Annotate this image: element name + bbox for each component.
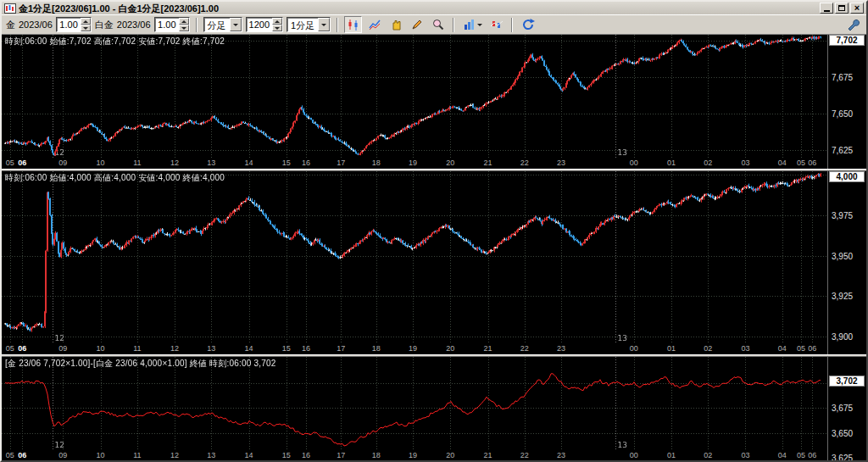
y-axis-tick-label: 3,950 [832,252,853,261]
x-axis-time-label: 13 [207,344,215,353]
platinum-chart-canvas[interactable] [2,171,827,343]
chevron-down-icon [233,24,238,26]
refresh-button[interactable] [519,16,537,33]
gold-chart-panel: 時刻:06:00 始値:7,702 高値:7,702 安値:7,702 終値:7… [2,35,866,169]
spin-down-button[interactable] [272,25,282,31]
zoom-tool-icon [431,18,445,31]
x-axis-time-label: 23 [557,344,565,353]
arrow-up-icon [181,20,186,23]
y-axis-tick-label: 3,975 [832,211,853,220]
spin-up-button[interactable] [179,18,189,25]
x-axis-time-label: 21 [483,451,492,459]
x-axis-time-label: 05 [6,344,14,353]
x-axis-time-label: 05 [6,159,14,167]
x-axis-time-label: 19 [409,159,417,167]
chevron-down-icon [477,24,482,26]
spread-time-axis: 0506091011121314151617181920212223000102… [2,450,827,460]
period-type-select[interactable]: 分足 [203,17,242,32]
platinum-multiplier-value: 1.00 [155,18,179,31]
x-axis-time-label: 01 [667,159,676,167]
x-axis-time-label: 17 [337,344,345,353]
spin-up-button[interactable] [272,18,282,25]
bar-chart-menu-button[interactable] [460,16,484,33]
interval-select[interactable]: 1分足 [287,17,331,32]
x-axis-time-label: 10 [97,451,105,459]
x-axis-time-label: 00 [630,451,638,459]
x-axis-time-label: 05 [797,451,805,459]
platinum-contract-month: 2023/06 [117,19,151,30]
x-axis-time-label: 21 [483,159,492,167]
chart-window-icon [4,3,16,14]
chart-stack: 時刻:06:00 始値:7,702 高値:7,702 安値:7,702 終値:7… [2,34,866,460]
maximize-icon [838,5,845,11]
spin-down-button[interactable] [81,25,91,31]
x-axis-time-label: 10 [97,344,105,353]
x-axis-time-label: 05 [6,451,14,459]
x-axis-time-label: 14 [245,344,253,353]
pencil-tool-button[interactable] [408,16,426,33]
arrow-down-icon [181,27,186,30]
line-chart-icon [368,18,381,31]
bar-count-stepper[interactable]: 1200 [246,17,283,32]
x-axis-time-label: 19 [409,344,417,353]
current-price-badge: 3,702 [829,376,865,387]
x-axis-time-label: 02 [704,451,712,459]
y-axis-tick-label: 7,650 [832,109,853,119]
close-button[interactable]: × [850,3,864,14]
x-axis-time-label: 11 [133,451,141,459]
x-axis-time-label: 20 [446,451,454,459]
platinum-time-axis: 0506091011121314151617181920212223000102… [2,343,827,354]
spin-up-button[interactable] [81,18,91,25]
spread-chart-panel: [金 23/06 7,702×1.00]-[白金 23/06 4,000×1.0… [2,357,866,460]
minimize-button[interactable] [820,3,833,14]
gold-quote-info: 時刻:06:00 始値:7,702 高値:7,702 安値:7,702 終値:7… [5,36,225,47]
x-axis-time-label: 21 [483,344,492,353]
zoom-tool-button[interactable] [429,16,447,33]
x-axis-time-label: 16 [302,451,310,459]
x-axis-time-label: 00 [630,159,638,167]
x-axis-time-label: 13 [207,159,215,167]
hand-tool-button[interactable] [387,16,404,33]
gold-time-axis: 0506091011121314151617181920212223000102… [2,158,827,169]
x-axis-time-label: 05 [797,159,805,167]
gold-chart-canvas[interactable] [2,35,827,158]
settings-wrench-button[interactable] [844,16,862,33]
pencil-tool-icon [410,18,424,31]
technical-chart-button[interactable] [487,16,505,33]
window-title: 金1分足[2023/06]1.00 - 白金1分足[2023/06]1.00 [19,3,817,14]
platinum-multiplier-stepper[interactable]: 1.00 [154,17,190,32]
maximize-button[interactable] [835,3,849,14]
x-axis-time-label: 12 [170,159,179,167]
gold-multiplier-stepper[interactable]: 1.00 [56,17,92,32]
x-axis-time-label: 05 [797,344,805,353]
line-chart-button[interactable] [365,16,383,33]
current-price-badge: 7,702 [829,35,865,46]
x-axis-time-label: 22 [520,159,529,167]
dropdown-button[interactable] [230,18,242,31]
toolbar: 金 2023/06 1.00 白金 2023/06 1.00 分足 1200 [2,14,866,34]
technical-chart-icon [490,18,504,31]
platinum-chart-panel: 時刻:06:00 始値:4,000 高値:4,000 安値:4,000 終値:4… [2,171,866,354]
dropdown-button[interactable] [318,18,330,31]
y-axis-tick-label: 7,625 [832,146,853,155]
x-axis-time-label: 01 [667,451,676,459]
x-axis-time-label: 14 [245,451,253,459]
spread-chart-canvas[interactable] [2,357,827,450]
x-axis-time-label: 04 [778,159,787,167]
close-icon: × [854,4,860,12]
x-axis-time-label: 09 [58,159,67,167]
x-axis-time-label: 02 [704,344,712,353]
gold-price-axis: 7,6757,6507,6257,702 [827,35,866,169]
x-axis-time-label: 13 [207,451,215,459]
platinum-price-axis: 3,9753,9503,9253,9004,000 [827,171,866,354]
x-axis-time-label: 23 [557,159,565,167]
candle-chart-button[interactable] [344,16,362,33]
spin-down-button[interactable] [179,25,189,31]
x-axis-time-label: 06 [18,344,26,353]
chart-app-window: 金1分足[2023/06]1.00 - 白金1分足[2023/06]1.00 ×… [0,0,868,462]
x-axis-time-label: 03 [741,451,749,459]
titlebar[interactable]: 金1分足[2023/06]1.00 - 白金1分足[2023/06]1.00 × [2,2,866,14]
x-axis-time-label: 14 [245,159,253,167]
x-axis-time-label: 12 [170,344,179,353]
toolbar-separator [196,18,198,32]
